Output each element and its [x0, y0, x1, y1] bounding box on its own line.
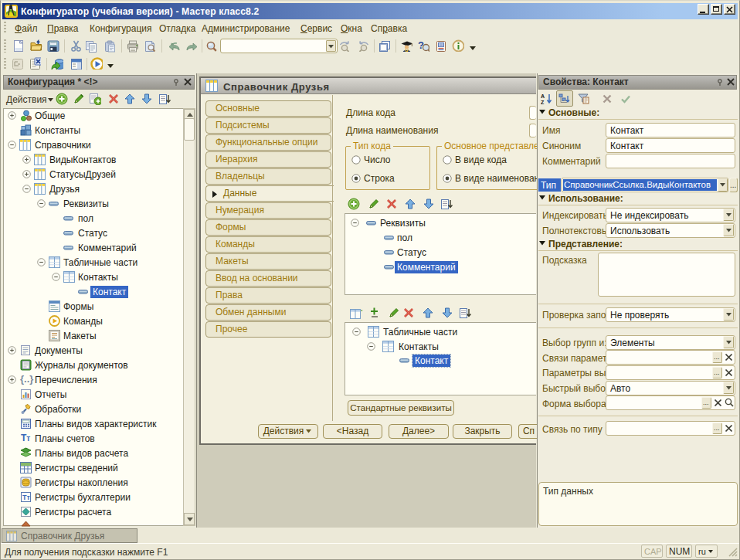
- svg-text:Tт: Tт: [22, 494, 30, 501]
- svg-text:Z: Z: [541, 100, 545, 105]
- svg-text:A: A: [541, 93, 545, 99]
